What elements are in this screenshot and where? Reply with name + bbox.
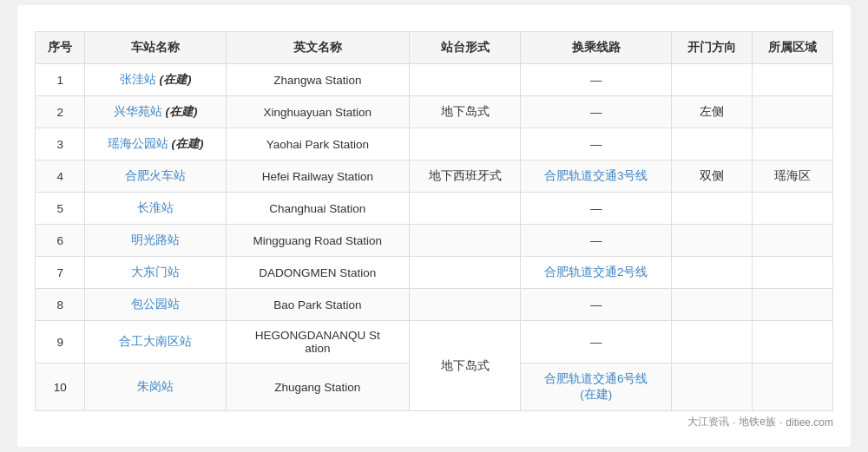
transfer-link[interactable]: 合肥轨道交通6号线(在建) — [544, 372, 648, 401]
station-link[interactable]: 兴华苑站 — [114, 105, 162, 118]
cell-area — [753, 289, 833, 321]
cell-num: 7 — [36, 257, 85, 289]
cell-transfer: 合肥轨道交通3号线 — [521, 160, 672, 193]
cell-platform — [409, 257, 521, 289]
col-name-en: 英文名称 — [226, 32, 409, 64]
cell-name-zh: 合工大南区站 — [85, 321, 227, 364]
cell-door — [672, 128, 753, 160]
cell-area — [753, 96, 833, 128]
cell-area — [753, 193, 833, 225]
station-link[interactable]: 朱岗站 — [137, 380, 174, 393]
cell-platform: 地下岛式 — [409, 321, 521, 411]
cell-transfer: — — [521, 64, 672, 96]
cell-door: 左侧 — [672, 96, 753, 128]
cell-num: 4 — [36, 160, 85, 193]
cell-num: 2 — [36, 96, 85, 128]
cell-name-zh: 包公园站 — [85, 289, 227, 321]
cell-transfer: — — [521, 225, 672, 257]
cell-name-en: Zhangwa Station — [226, 64, 409, 96]
cell-name-en: Mingguang Road Station — [226, 225, 409, 257]
cell-num: 5 — [36, 193, 85, 225]
cell-door — [672, 257, 753, 289]
cell-platform — [409, 225, 521, 257]
cell-platform: 地下岛式 — [409, 96, 521, 128]
transfer-link[interactable]: 合肥轨道交通3号线 — [544, 169, 648, 182]
cell-area — [753, 64, 833, 96]
cell-door — [672, 64, 753, 96]
col-area: 所属区域 — [753, 32, 833, 64]
watermark-site3: ditiee.com — [786, 416, 833, 429]
col-transfer: 换乘线路 — [521, 32, 672, 64]
cell-transfer: 合肥轨道交通2号线 — [521, 257, 672, 289]
cell-name-en: HEGONGDANANQU Station — [226, 321, 409, 364]
cell-name-en: Yaohai Park Station — [226, 128, 409, 160]
station-link[interactable]: 大东门站 — [131, 265, 180, 278]
cell-name-zh: 明光路站 — [85, 225, 227, 257]
watermark-sep1: · — [733, 416, 735, 429]
cell-area — [753, 128, 833, 160]
cell-name-en: Changhuai Station — [226, 193, 409, 225]
table-row: 2兴华苑站 (在建)Xinghuayuan Station地下岛式—左侧 — [36, 96, 833, 128]
station-link[interactable]: 明光路站 — [131, 233, 180, 246]
cell-platform — [409, 193, 521, 225]
watermark: 大江资讯 · 地铁e族 · ditiee.com — [35, 411, 833, 429]
cell-transfer: — — [521, 128, 672, 160]
table-row: 5长淮站Changhuai Station— — [36, 193, 833, 225]
station-status: (在建) — [162, 105, 198, 118]
cell-platform — [409, 64, 521, 96]
cell-transfer: — — [521, 321, 672, 364]
main-container: 序号 车站名称 英文名称 站台形式 换乘线路 开门方向 所属区域 1张洼站 (在… — [17, 5, 851, 447]
station-link[interactable]: 合工大南区站 — [119, 335, 192, 348]
cell-door — [672, 193, 753, 225]
cell-name-zh: 大东门站 — [85, 257, 227, 289]
station-link[interactable]: 张洼站 — [120, 73, 156, 86]
table-header-row: 序号 车站名称 英文名称 站台形式 换乘线路 开门方向 所属区域 — [36, 32, 833, 64]
cell-name-zh: 长淮站 — [85, 193, 227, 225]
cell-area — [753, 257, 833, 289]
cell-num: 6 — [36, 225, 85, 257]
station-link[interactable]: 合肥火车站 — [125, 169, 186, 182]
cell-platform: 地下西班牙式 — [409, 160, 521, 193]
col-num: 序号 — [36, 32, 85, 64]
cell-door — [672, 225, 753, 257]
cell-transfer: 合肥轨道交通6号线(在建) — [521, 364, 672, 411]
cell-name-en: Xinghuayuan Station — [226, 96, 409, 128]
station-link[interactable]: 长淮站 — [137, 201, 174, 214]
cell-name-zh: 张洼站 (在建) — [85, 64, 227, 96]
cell-num: 8 — [36, 289, 85, 321]
cell-door: 双侧 — [672, 160, 753, 193]
station-link[interactable]: 包公园站 — [131, 298, 180, 311]
station-status: (在建) — [168, 137, 204, 150]
table-row: 1张洼站 (在建)Zhangwa Station— — [36, 64, 833, 96]
cell-num: 10 — [36, 364, 85, 411]
cell-name-zh: 朱岗站 — [85, 364, 227, 411]
transfer-link[interactable]: 合肥轨道交通2号线 — [544, 265, 648, 278]
station-table: 序号 车站名称 英文名称 站台形式 换乘线路 开门方向 所属区域 1张洼站 (在… — [35, 31, 833, 411]
station-link[interactable]: 瑶海公园站 — [108, 137, 168, 150]
cell-area — [753, 321, 833, 364]
col-name-zh: 车站名称 — [85, 32, 227, 64]
cell-platform — [409, 128, 521, 160]
cell-name-zh: 兴华苑站 (在建) — [85, 96, 227, 128]
cell-name-en: DADONGMEN Station — [226, 257, 409, 289]
cell-name-en: Hefei Railway Station — [226, 160, 409, 193]
station-status: (在建) — [156, 73, 192, 86]
watermark-site1: 大江资讯 — [687, 415, 729, 429]
cell-platform — [409, 289, 521, 321]
cell-transfer: — — [521, 96, 672, 128]
cell-num: 9 — [36, 321, 85, 364]
cell-name-zh: 合肥火车站 — [85, 160, 227, 193]
cell-num: 1 — [36, 64, 85, 96]
table-row: 9合工大南区站HEGONGDANANQU Station地下岛式— — [36, 321, 833, 364]
cell-num: 3 — [36, 128, 85, 160]
watermark-sep2: · — [779, 416, 782, 429]
cell-door — [672, 364, 753, 411]
table-row: 7大东门站DADONGMEN Station合肥轨道交通2号线 — [36, 257, 833, 289]
cell-transfer: — — [521, 193, 672, 225]
watermark-site2: 地铁e族 — [739, 415, 776, 429]
table-row: 4合肥火车站Hefei Railway Station地下西班牙式合肥轨道交通3… — [36, 160, 833, 193]
cell-name-zh: 瑶海公园站 (在建) — [85, 128, 227, 160]
cell-door — [672, 289, 753, 321]
cell-transfer: — — [521, 289, 672, 321]
cell-name-en: Zhugang Station — [226, 364, 409, 411]
